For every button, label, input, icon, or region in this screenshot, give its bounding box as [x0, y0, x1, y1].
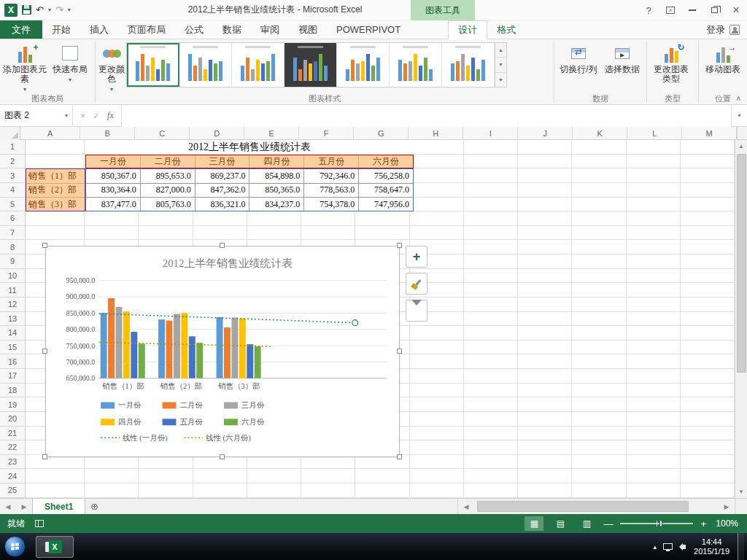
- row-header-5[interactable]: 5: [0, 198, 25, 212]
- cell[interactable]: [193, 483, 247, 498]
- cell[interactable]: [627, 211, 681, 226]
- cell[interactable]: [572, 469, 626, 483]
- sign-in[interactable]: 登录: [706, 20, 747, 39]
- move-chart-button[interactable]: → 移动图表: [702, 41, 744, 93]
- tab-审阅[interactable]: 审阅: [251, 20, 289, 39]
- cell[interactable]: [572, 283, 626, 298]
- cell[interactable]: [681, 211, 735, 226]
- cell[interactable]: [355, 469, 409, 483]
- collapse-ribbon-button[interactable]: ∧: [736, 94, 741, 102]
- cell[interactable]: [627, 269, 681, 284]
- cell[interactable]: [139, 469, 193, 483]
- cell[interactable]: [410, 384, 464, 398]
- chart-object[interactable]: 2012上半年销售业绩统计表650,000.0700,000.0750,000.…: [45, 246, 400, 457]
- cell[interactable]: [627, 369, 681, 384]
- cell[interactable]: [464, 240, 518, 254]
- cell[interactable]: [572, 326, 626, 341]
- cell[interactable]: [518, 283, 572, 298]
- row-label-cell[interactable]: 销售（2）部: [26, 184, 85, 198]
- selection-handle[interactable]: [42, 454, 47, 459]
- tab-file[interactable]: 文件: [0, 20, 42, 39]
- cell[interactable]: [518, 168, 572, 183]
- cell[interactable]: [627, 469, 681, 483]
- chart-style-7[interactable]: [442, 43, 495, 87]
- value-cell[interactable]: 837,477.0: [86, 198, 141, 211]
- cell[interactable]: [410, 183, 464, 198]
- cell[interactable]: [410, 341, 464, 355]
- hscroll-track[interactable]: [474, 499, 719, 514]
- gallery-up-button[interactable]: ▲: [495, 43, 506, 58]
- row-header-10[interactable]: 10: [0, 269, 25, 284]
- cell[interactable]: [518, 354, 572, 369]
- table-title[interactable]: 2012上半年销售业绩统计表: [85, 140, 414, 155]
- cell[interactable]: [518, 427, 572, 441]
- cell[interactable]: [518, 312, 572, 327]
- column-header-D[interactable]: D: [190, 127, 244, 140]
- cell[interactable]: [572, 269, 626, 284]
- row-header-14[interactable]: 14: [0, 326, 25, 341]
- value-cell[interactable]: 847,362.0: [196, 184, 250, 197]
- cell[interactable]: [301, 469, 355, 483]
- minimize-button[interactable]: [681, 0, 703, 20]
- cell[interactable]: [572, 155, 626, 169]
- gallery-down-button[interactable]: ▼: [495, 58, 506, 72]
- cell[interactable]: [681, 455, 735, 470]
- cell[interactable]: [464, 226, 518, 241]
- cell[interactable]: [410, 469, 464, 483]
- cell[interactable]: [572, 183, 626, 198]
- cell[interactable]: [572, 412, 626, 427]
- cell[interactable]: [681, 427, 735, 441]
- column-header-C[interactable]: C: [135, 127, 190, 140]
- value-cell[interactable]: 869,237.0: [196, 169, 250, 182]
- cell[interactable]: [464, 155, 518, 169]
- cell[interactable]: [410, 397, 464, 412]
- row-header-4[interactable]: 4: [0, 183, 25, 198]
- selection-handle[interactable]: [397, 454, 402, 459]
- cell[interactable]: [410, 455, 464, 470]
- clock[interactable]: 14:44 2015/1/19: [694, 537, 729, 556]
- cell[interactable]: [464, 183, 518, 198]
- cell[interactable]: [681, 397, 735, 412]
- value-cell[interactable]: 827,000.0: [141, 184, 196, 197]
- column-header-I[interactable]: I: [463, 127, 518, 140]
- cell[interactable]: [572, 354, 626, 369]
- cell[interactable]: [355, 226, 409, 241]
- column-header-K[interactable]: K: [573, 127, 627, 140]
- row-header-7[interactable]: 7: [0, 226, 25, 241]
- value-cell[interactable]: 758,647.0: [359, 184, 413, 197]
- cell[interactable]: [464, 469, 518, 483]
- selection-handle[interactable]: [397, 243, 402, 248]
- quick-layout-button[interactable]: 快速布局 ▾: [48, 41, 92, 93]
- column-header-F[interactable]: F: [299, 127, 354, 140]
- cell[interactable]: [572, 254, 626, 269]
- cell[interactable]: [518, 211, 572, 226]
- cell[interactable]: [681, 483, 735, 498]
- select-all-corner[interactable]: [0, 127, 20, 140]
- cell[interactable]: [681, 326, 735, 341]
- cell[interactable]: [410, 369, 464, 384]
- scroll-up-icon[interactable]: ▲: [735, 140, 747, 152]
- row-header-2[interactable]: 2: [0, 155, 25, 169]
- select-data-button[interactable]: ▸ 选择数据: [601, 41, 643, 93]
- cell[interactable]: [627, 240, 681, 254]
- cell[interactable]: [681, 440, 735, 455]
- cell[interactable]: [681, 140, 735, 155]
- cell[interactable]: [627, 254, 681, 269]
- cell[interactable]: [681, 369, 735, 384]
- insert-function-button[interactable]: fx: [107, 110, 114, 121]
- cell[interactable]: [464, 384, 518, 398]
- zoom-out-button[interactable]: —: [603, 518, 613, 529]
- cell[interactable]: [410, 198, 464, 212]
- row-header-12[interactable]: 12: [0, 298, 25, 312]
- chart-filters-button[interactable]: [406, 300, 427, 322]
- help-button[interactable]: ?: [638, 0, 659, 20]
- cell[interactable]: [627, 397, 681, 412]
- cell[interactable]: [464, 354, 518, 369]
- value-cell[interactable]: 747,956.0: [359, 198, 413, 211]
- cell[interactable]: [572, 240, 626, 254]
- zoom-in-button[interactable]: +: [700, 518, 706, 529]
- cell[interactable]: [518, 455, 572, 470]
- cell[interactable]: [464, 412, 518, 427]
- value-cell[interactable]: 805,763.0: [141, 198, 196, 211]
- value-cell[interactable]: 830,364.0: [86, 184, 141, 197]
